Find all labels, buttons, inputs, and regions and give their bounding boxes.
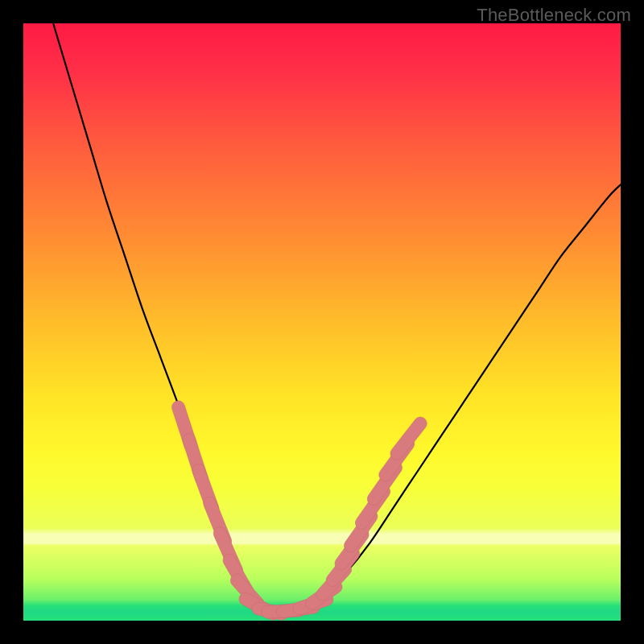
chart-frame: TheBottleneck.com bbox=[0, 0, 644, 644]
marker-capsule bbox=[388, 415, 430, 463]
curve-layer bbox=[23, 23, 621, 621]
watermark-text: TheBottleneck.com bbox=[477, 5, 631, 26]
plot-area bbox=[23, 23, 621, 621]
bottleneck-curve bbox=[53, 23, 621, 612]
highlighted-points bbox=[170, 399, 429, 621]
